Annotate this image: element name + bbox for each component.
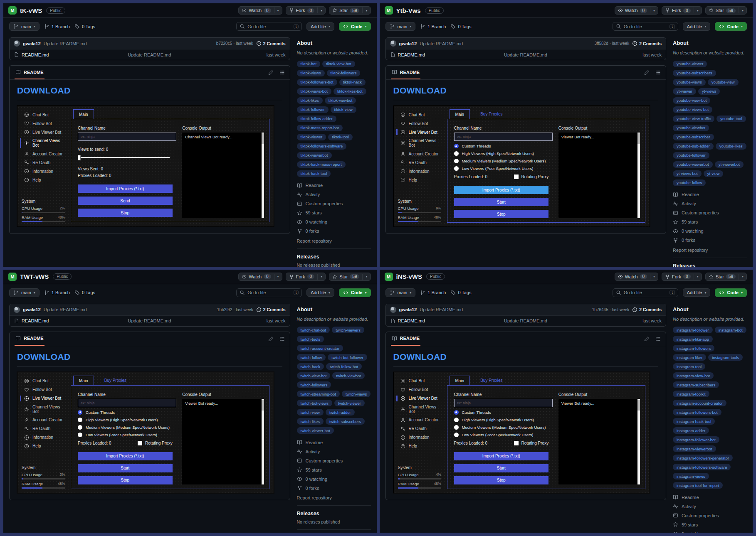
topic-tag-tiktok-follow-adder[interactable]: tiktok-follow-adder	[297, 116, 336, 122]
topic-tag-twitch-streaming-bot[interactable]: twitch-streaming-bot	[297, 391, 340, 397]
topic-tag-twitch-viewer-bot[interactable]: twitch-viewer-bot	[297, 427, 334, 434]
app-nav-re-oauth[interactable]: Re-Oauth	[395, 159, 443, 166]
topic-tag-youtube-viewerbot[interactable]: youtube-viewerbot	[673, 161, 713, 168]
topic-tag-tiktok-viewbot[interactable]: tiktok-viewbot	[325, 97, 356, 104]
app-nav-chat-bot[interactable]: Chat Bot	[395, 377, 443, 385]
topic-tag-yt-view[interactable]: yt-view	[704, 170, 724, 177]
fork-button[interactable]: Fork 0 ▾	[286, 273, 326, 281]
branch-selector[interactable]: main ▾	[9, 22, 40, 31]
chevron-down-icon[interactable]: ▾	[742, 275, 744, 278]
topic-tag-tiktok-viewer[interactable]: tiktok-viewer	[297, 134, 326, 140]
topic-tag-tiktok-follower[interactable]: tiktok-follower	[297, 106, 329, 113]
about-link-readme[interactable]: Readme	[297, 440, 371, 445]
code-button[interactable]: Code ▾	[339, 22, 371, 31]
topic-tag-yt-viewer[interactable]: yt-viewer	[673, 88, 696, 95]
app-nav-live-viewer-bot[interactable]: Live Viewer Bot	[395, 395, 443, 402]
app-button-start[interactable]: Start	[454, 198, 549, 206]
app-nav-account-creator[interactable]: Account Creator	[395, 150, 443, 157]
commit-history-link[interactable]: 2 Commits	[256, 307, 286, 312]
app-button-stop[interactable]: Stop	[454, 476, 549, 484]
app-tab-main[interactable]: Main	[73, 109, 94, 119]
watch-button[interactable]: Watch 0 ▾	[238, 6, 282, 15]
app-button-import-proxies-txt[interactable]: Import Proxies (*.txt)	[78, 184, 173, 193]
topic-tag-twitch-account-creator[interactable]: twitch-account-creator	[297, 345, 343, 352]
about-link-0-forks[interactable]: 0 forks	[673, 238, 747, 243]
topic-tag-youtube-follow[interactable]: youtube-follow	[673, 179, 706, 186]
topic-tag-twitch-hack[interactable]: twitch-hack	[297, 363, 324, 370]
radio-low-viewers-poor-spec-network-users[interactable]: Low Viewers (Poor Spec/Network Users)	[78, 433, 176, 437]
commit-author-avatar[interactable]	[390, 40, 396, 47]
branches-link[interactable]: 1 Branch	[420, 290, 446, 295]
app-button-stop[interactable]: Stop	[454, 210, 549, 218]
file-name-label[interactable]: README.md	[22, 318, 49, 323]
commit-author-avatar[interactable]	[14, 40, 20, 47]
latest-commit-row[interactable]: gwala12 Update README.md 1b76445 · last …	[386, 304, 666, 315]
file-name[interactable]: README.md	[14, 52, 128, 57]
app-nav-live-viewer-bot[interactable]: Live Viewer Bot	[395, 128, 443, 136]
app-nav-chat-bot[interactable]: Chat Bot	[19, 377, 67, 385]
commit-message[interactable]: Update README.md	[44, 307, 214, 312]
commit-history-link[interactable]: 2 Commits	[256, 41, 286, 46]
commit-hash[interactable]: 1bb2f92	[217, 307, 232, 312]
topic-tag-twitch-bot-views[interactable]: twitch-bot-views	[297, 400, 333, 406]
chevron-down-icon[interactable]: ▾	[321, 275, 322, 278]
topic-tag-twitch-likes[interactable]: twitch-likes	[297, 418, 324, 425]
topic-tag-instagram-view-bot[interactable]: instagram-view-bot	[673, 372, 714, 379]
app-nav-live-viewer-bot[interactable]: Live Viewer Bot	[19, 128, 67, 136]
topic-tag-instagram-like-app[interactable]: instagram-like-app	[673, 336, 713, 342]
app-button-send[interactable]: Send	[78, 197, 173, 205]
file-row-readme[interactable]: README.md Update README.md last week	[386, 315, 666, 326]
topic-tag-youtube-views[interactable]: youtube-views	[673, 79, 706, 86]
topic-tag-tiktok-followers-software[interactable]: tiktok-followers-software	[297, 143, 347, 150]
radio-medium-viewers-medium-spec-network-users[interactable]: Medium Viewers (Medium Spec/Network User…	[78, 425, 176, 430]
topic-tag-youtube-view-traffic[interactable]: youtube-view-traffic	[673, 116, 714, 122]
branches-link[interactable]: 1 Branch	[420, 24, 446, 29]
topic-tag-twitch-viewbot[interactable]: twitch-viewbot	[332, 372, 365, 379]
commit-author[interactable]: gwala12	[399, 307, 417, 312]
about-link-0-watching[interactable]: 0 watching	[673, 229, 747, 234]
chevron-down-icon[interactable]: ▾	[697, 9, 699, 12]
channel-name-input[interactable]: ex: ninja	[78, 133, 176, 141]
topic-tag-twitch-viewers[interactable]: twitch-viewers	[332, 327, 364, 333]
topic-tag-twitch-views[interactable]: twitch-views	[342, 391, 371, 397]
topic-tag-instagram-followers-generator[interactable]: instagram-followers-generator	[673, 455, 733, 461]
latest-commit-row[interactable]: gwala12 Update README.md b7220c5 · last …	[10, 38, 290, 49]
rotating-proxy-checkbox[interactable]: Rotating Proxy	[514, 441, 549, 445]
topic-tag-youtube-view-bot[interactable]: youtube-view-bot	[673, 97, 710, 104]
commit-author[interactable]: gwala12	[399, 41, 417, 46]
commit-message[interactable]: Update README.md	[420, 41, 591, 46]
about-link-custom-properties[interactable]: Custom properties	[297, 201, 371, 207]
releases-title[interactable]: Releases	[673, 263, 747, 267]
file-row-readme[interactable]: README.md Update README.md last week	[10, 315, 290, 326]
radio-high-viewers-high-spec-network-users[interactable]: High Viewers (High Spec/Network Users)	[454, 418, 553, 422]
add-file-button[interactable]: Add file ▾	[306, 22, 334, 31]
about-link-59-stars[interactable]: 59 stars	[297, 467, 371, 472]
outline-list-icon[interactable]	[279, 336, 285, 342]
app-nav-re-oauth[interactable]: Re-Oauth	[19, 425, 67, 433]
tags-link[interactable]: 0 Tags	[450, 24, 471, 29]
file-name-label[interactable]: README.md	[22, 52, 49, 57]
about-link-0-forks[interactable]: 0 forks	[297, 229, 371, 234]
latest-commit-row[interactable]: gwala12 Update README.md 3ff582d · last …	[386, 38, 666, 49]
topic-tag-youtube-subscriber[interactable]: youtube-subscriber	[673, 134, 714, 140]
watch-button[interactable]: Watch 0 ▾	[238, 273, 282, 281]
slider-handle[interactable]	[78, 155, 81, 160]
commit-message[interactable]: Update README.md	[44, 41, 213, 46]
topic-tag-instagram-followers-bot[interactable]: instagram-followers-bot	[673, 409, 721, 416]
tab-readme[interactable]: README	[391, 66, 421, 79]
radio-custom-threads[interactable]: Custom Threads	[78, 410, 176, 415]
topic-tag-tiktok-likes[interactable]: tiktok-likes	[297, 97, 323, 104]
topic-tag-instagram-bot[interactable]: instagram-bot	[715, 327, 746, 333]
file-name-label[interactable]: README.md	[398, 52, 425, 57]
download-link[interactable]: DOWNLOAD	[17, 86, 70, 96]
topic-tag-instagram-viewerbot[interactable]: instagram-viewerbot	[673, 445, 716, 452]
topic-tag-youtube-view[interactable]: youtube-view	[708, 79, 739, 86]
fork-button[interactable]: Fork 0 ▾	[286, 6, 326, 15]
branch-selector[interactable]: main ▾	[385, 22, 416, 31]
outline-list-icon[interactable]	[279, 70, 285, 75]
scrollbar-thumb[interactable]	[637, 133, 640, 144]
star-button[interactable]: Star 59 ▾	[705, 273, 747, 281]
app-nav-account-creator[interactable]: Account Creator	[395, 416, 443, 424]
repo-name[interactable]: tK-vWS	[20, 7, 42, 14]
releases-title[interactable]: Releases	[297, 511, 371, 516]
